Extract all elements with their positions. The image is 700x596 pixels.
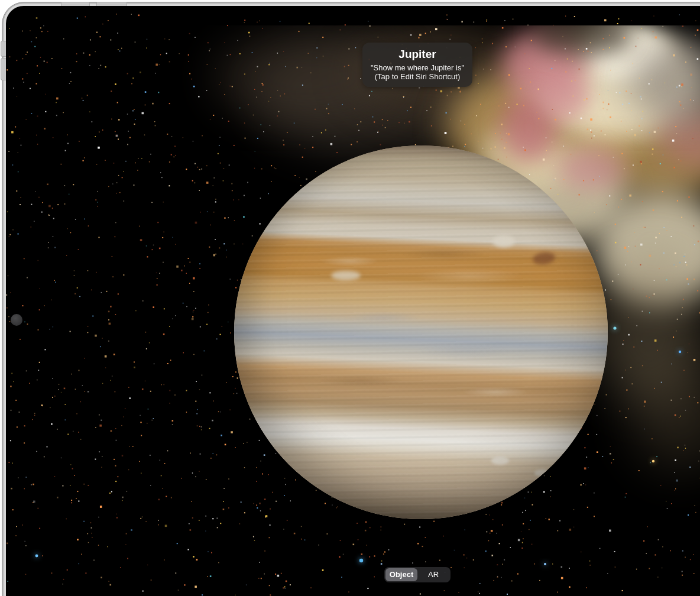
planet-jupiter[interactable]	[234, 145, 608, 519]
screen: Jupiter "Show me where Jupiter is" (Tap …	[6, 6, 700, 596]
object-mode-button[interactable]: Object	[385, 568, 417, 581]
siri-shortcut-tooltip[interactable]: Jupiter "Show me where Jupiter is" (Tap …	[362, 43, 472, 87]
planet-shading	[234, 145, 608, 519]
tooltip-phrase: "Show me where Jupiter is"	[365, 63, 470, 72]
tooltip-title: Jupiter	[365, 48, 470, 61]
view-mode-switcher: Object AR	[384, 567, 451, 582]
front-camera-icon	[11, 314, 22, 326]
tooltip-hint: (Tap to Edit Siri Shortcut)	[365, 72, 470, 81]
page-background: Jupiter "Show me where Jupiter is" (Tap …	[0, 0, 700, 596]
ar-mode-button[interactable]: AR	[417, 568, 449, 581]
